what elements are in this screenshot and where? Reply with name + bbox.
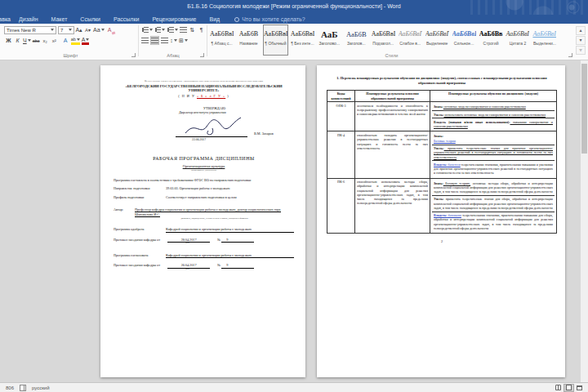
ribbon: Times New R 7 А▴ А▾ Аа А Ж К Ч abc x₂ x²… <box>0 24 588 60</box>
tab-insert-partial[interactable]: Вставка <box>0 16 12 22</box>
superscript-button[interactable]: x² <box>51 36 58 45</box>
highlight-glyph: ab <box>71 37 76 42</box>
learning-outcomes: Знать:Базовые теории Уметь: применять те… <box>430 131 557 178</box>
style-card[interactable]: АаБбВвГСильное... <box>452 24 477 56</box>
strikethrough-button[interactable]: abc <box>33 36 40 45</box>
tab-design[interactable]: Дизайн <box>12 16 45 22</box>
org-small-line: ФЕДЕРАЛЬНОЕ ГОСУДАРСТВЕННОЕ АВТОНОМНОЕ О… <box>114 80 294 83</box>
print-layout-button[interactable] <box>564 384 574 392</box>
align-center-button[interactable] <box>150 36 159 45</box>
agreed-label: Программа согласована <box>114 253 166 258</box>
sort-icon: ⇅ <box>190 27 195 33</box>
style-card[interactable]: АаБбВвГ,¶ Абзац с... <box>209 24 234 56</box>
style-card[interactable]: АаБбВвГПодзагол... <box>371 24 396 56</box>
subscript-button[interactable]: x₂ <box>42 36 49 45</box>
bold-button[interactable]: Ж <box>5 36 12 45</box>
tab-view[interactable]: Вид <box>203 16 226 22</box>
chevron-down-icon <box>162 29 165 31</box>
window-title: Б1.Б.16 Социология молодежи [Режим огран… <box>0 3 588 9</box>
protocol-row-1: Протокол заседания кафедры от 28.04.2017… <box>114 238 294 246</box>
own-label: Владеть (навыки и/или опыт использования… <box>434 120 510 124</box>
clear-formatting-button[interactable]: А <box>106 25 114 34</box>
styles-dialog-launcher[interactable] <box>568 53 572 57</box>
vertical-scrollbar[interactable] <box>581 60 588 382</box>
can-text: применять теоретические знания для сбора… <box>434 197 553 210</box>
style-card[interactable]: АаБбВвГВыделение <box>425 24 450 56</box>
multilevel-list-button[interactable] <box>167 25 178 34</box>
style-preview: АаБ <box>318 28 341 41</box>
chevron-down-icon <box>28 39 31 42</box>
bullets-icon <box>144 27 149 33</box>
font-size-combo[interactable]: 7 <box>58 26 74 34</box>
know-block: Знать:Базовые теории <box>432 133 555 145</box>
style-card[interactable]: АаБбВвГСлабое в... <box>398 24 423 56</box>
styles-scroll-down-button[interactable]: ▾ <box>576 36 586 45</box>
styles-scroll-up-button[interactable]: ▴ <box>576 26 586 35</box>
can-block: Уметь: применять теоретические знания дл… <box>432 195 555 212</box>
tell-me-box[interactable]: Что вы хотите сделать? <box>234 16 305 22</box>
pilcrow-icon: ¶ <box>200 27 203 33</box>
read-mode-button[interactable] <box>553 384 564 392</box>
change-case-button[interactable]: Аа <box>93 25 105 34</box>
competency-text: способностью находить организационно-упр… <box>355 131 430 178</box>
header-discipline-results: Планируемые результаты обучения по дисци… <box>430 90 557 102</box>
word-count[interactable]: 806 <box>6 385 14 390</box>
web-layout-button[interactable] <box>574 384 585 392</box>
own-block: Владеть (навыки и/или опыт использования… <box>432 118 555 130</box>
sort-button[interactable]: ⇅ <box>189 25 196 34</box>
italic-button[interactable]: К <box>14 36 21 45</box>
styles-expand-button[interactable]: ▿ <box>576 46 586 55</box>
style-card-selected[interactable]: АаБбВвГ¶ Обычный <box>263 24 288 56</box>
language-indicator[interactable]: русский <box>32 385 50 390</box>
grow-font-button[interactable]: А▴ <box>75 25 82 34</box>
align-right-button[interactable] <box>161 36 168 45</box>
style-card[interactable]: АаБбВЗаголов... <box>344 24 369 56</box>
chevron-down-icon <box>86 38 89 41</box>
show-marks-button[interactable]: ¶ <box>198 25 205 34</box>
style-card[interactable]: АаБбВвГ,¶ Без инте... <box>290 24 315 56</box>
align-left-button[interactable] <box>141 36 149 45</box>
lightbulb-icon <box>234 17 239 22</box>
text-effects-button[interactable]: А <box>62 36 69 45</box>
style-preview: АаБбВвГ <box>532 28 556 41</box>
number-sign: № <box>217 238 220 242</box>
protocol-row-2: Протокол заседания кафедры от 26.04.2017… <box>114 263 294 271</box>
tab-references[interactable]: Ссылки <box>74 16 107 22</box>
decrease-indent-button[interactable] <box>180 25 187 34</box>
numbering-button[interactable] <box>154 25 166 34</box>
protocol-label: Протокол заседания кафедры от <box>114 263 160 267</box>
protocol-number: 9 <box>221 263 254 268</box>
line-spacing-button[interactable]: ↕ <box>170 36 177 45</box>
highlight-color-button[interactable]: ab <box>71 36 80 45</box>
approved-label: Программа одобрена <box>114 227 166 232</box>
table-row: ПК-4 способностью находить организационн… <box>327 131 557 178</box>
tab-review[interactable]: Рецензирование <box>145 16 203 22</box>
font-dialog-launcher[interactable] <box>131 53 136 57</box>
document-page-1[interactable]: ФЕДЕРАЛЬНОЕ ГОСУДАРСТВЕННОЕ АВТОНОМНОЕ О… <box>100 65 305 377</box>
style-card[interactable]: АаБбВвГВыделени... <box>532 24 557 56</box>
direction-row: Направление подготовки 39.03.03. Организ… <box>114 186 294 190</box>
underline-button[interactable]: Ч <box>23 36 31 45</box>
document-page-2[interactable]: 1. Перечень планируемых результатов обуч… <box>317 65 565 377</box>
shrink-font-button[interactable]: А▾ <box>84 25 91 34</box>
bullets-button[interactable] <box>141 25 153 34</box>
section-heading: 1. Перечень планируемых результатов обуч… <box>327 76 557 86</box>
tab-mailings[interactable]: Рассылки <box>107 16 145 22</box>
borders-button[interactable]: ⊞ <box>179 36 188 45</box>
approve-date: 22.06.2017 <box>192 138 206 142</box>
style-card[interactable]: АаБбВвСтрогий <box>479 24 504 56</box>
can-text: использовать основные модели саморазвити… <box>444 113 546 117</box>
proofing-icon[interactable] <box>20 385 26 391</box>
style-card[interactable]: АаБЗаголово... <box>317 24 342 56</box>
style-card[interactable]: АаБбВНазвание <box>236 24 261 56</box>
paragraph-dialog-launcher[interactable] <box>200 53 204 57</box>
font-name-combo[interactable]: Times New R <box>4 26 56 34</box>
scrollbar-thumb[interactable] <box>581 64 587 154</box>
font-color-button[interactable]: А <box>82 36 90 45</box>
can-label: Уметь: <box>434 146 444 150</box>
style-card[interactable]: АаБбВвГЦитата 2 <box>505 24 530 56</box>
tab-layout[interactable]: Макет <box>45 16 74 22</box>
university-name: «БЕЛГОРОДСКИЙ ГОСУДАРСТВЕННЫЙ НАЦИОНАЛЬН… <box>114 84 294 94</box>
niu-suffix: ) <box>225 94 229 98</box>
title-bar: Б1.Б.16 Социология молодежи [Режим огран… <box>0 0 588 15</box>
